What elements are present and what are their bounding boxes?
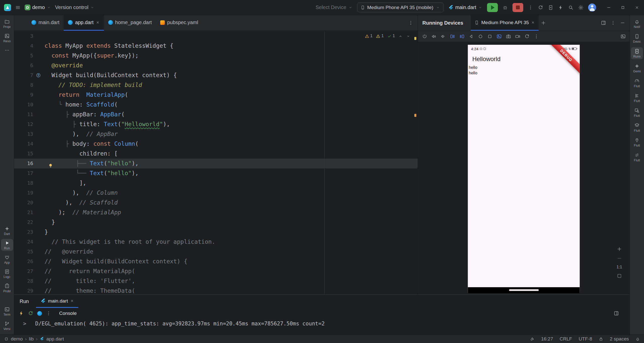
close-run-tab-button[interactable] <box>70 299 74 303</box>
code-line-6[interactable]: 6 @override <box>14 61 418 70</box>
back-button[interactable] <box>467 32 475 41</box>
console-prompt[interactable]: > <box>23 321 35 334</box>
breadcrumb-project[interactable]: demo <box>11 336 23 342</box>
camera-button[interactable] <box>504 32 512 41</box>
more-run-actions-button[interactable] <box>528 5 533 10</box>
close-window-button[interactable] <box>630 0 644 15</box>
fold-left-button[interactable] <box>448 32 457 41</box>
code-line-15[interactable]: 15 children: [ <box>14 149 418 159</box>
run-tab-main-dart[interactable]: main.dart <box>36 295 78 308</box>
tool-button-flutter-outline[interactable]: Flutt <box>631 92 643 104</box>
tool-button-logcat[interactable]: Logc <box>1 268 13 279</box>
minimize-button[interactable] <box>602 0 616 15</box>
mirroring-settings-button[interactable] <box>619 32 627 41</box>
code-line-22[interactable]: 22 } <box>14 217 418 227</box>
code-line-21[interactable]: 21 ); // MaterialApp <box>14 208 418 217</box>
code-line-28[interactable]: 28// title: 'Flutter', <box>14 276 418 286</box>
tool-button-more-tool-windows[interactable] <box>1 46 13 54</box>
console-more-button[interactable] <box>46 311 51 316</box>
tool-button-terminal[interactable]: Term <box>1 305 13 317</box>
cursor-position[interactable]: 16:27 <box>541 336 553 342</box>
code-editor[interactable]: 34class MyApp extends StatelessWidget {5… <box>14 31 418 295</box>
maximize-button[interactable] <box>616 0 630 15</box>
fold-right-button[interactable] <box>458 32 466 41</box>
code-line-25[interactable]: 25// @override <box>14 247 418 257</box>
settings-button[interactable] <box>578 5 584 10</box>
tool-button-version-control[interactable]: Versi <box>1 320 13 331</box>
device-tab[interactable]: Medium Phone API 35 <box>471 15 539 31</box>
hot-reload-button[interactable] <box>19 311 24 316</box>
select-device-dropdown[interactable]: Select Device <box>315 5 352 10</box>
tool-button-app-quality-insights[interactable]: App <box>1 253 13 265</box>
code-line-10[interactable]: 10 └ home: Scaffold( <box>14 100 418 110</box>
tool-button-flutter-swap[interactable]: Flutt <box>631 151 643 163</box>
code-line-9[interactable]: 9 return MaterialApp( <box>14 90 418 100</box>
run-button[interactable] <box>487 3 498 12</box>
close-device-tab-button[interactable] <box>531 21 535 24</box>
tool-button-resource-manager[interactable]: Reso <box>1 32 13 44</box>
flutter-app-icon[interactable] <box>37 311 42 316</box>
close-tab-button[interactable] <box>96 21 100 24</box>
layout-settings-button[interactable] <box>614 311 619 316</box>
code-line-13[interactable]: 13 ), // AppBar <box>14 129 418 139</box>
add-device-button[interactable] <box>541 20 546 26</box>
run-config-dropdown[interactable]: main.dart <box>448 5 482 10</box>
more-options-button[interactable] <box>609 19 617 27</box>
editor-tab-app.dart[interactable]: app.dart <box>64 15 104 31</box>
tool-button-problems[interactable]: Probl <box>1 282 13 294</box>
more-actions-button[interactable] <box>532 32 540 41</box>
warning-count[interactable]: 1 <box>365 33 373 38</box>
layout-settings-button[interactable] <box>599 19 608 27</box>
profiler-button[interactable] <box>558 5 564 10</box>
tool-button-notifications[interactable]: Notif <box>631 18 643 29</box>
tool-button-flutter-attach[interactable]: Flutt <box>631 136 643 148</box>
project-dropdown[interactable]: D demo <box>25 5 51 10</box>
tool-button-flutter-coverage[interactable]: Flutt <box>631 121 643 133</box>
volume-up-button[interactable] <box>430 32 438 41</box>
prev-problem-button[interactable] <box>398 33 403 38</box>
code-line-23[interactable]: 23} <box>14 227 418 237</box>
file-encoding[interactable]: UTF-8 <box>579 336 592 342</box>
code-line-19[interactable]: 19 ), // Column <box>14 188 418 198</box>
screenshot-button[interactable] <box>495 32 503 41</box>
code-line-4[interactable]: 4class MyApp extends StatelessWidget { <box>14 41 418 51</box>
tool-button-dart-analysis[interactable]: Dart <box>1 225 13 236</box>
screen-record-button[interactable] <box>513 32 522 41</box>
code-line-14[interactable]: 14 ├ body: const Column( <box>14 139 418 149</box>
code-line-29[interactable]: 29// theme: ThemeData( <box>14 286 418 295</box>
device-selector[interactable]: Medium Phone API 35 (mobile) <box>357 3 444 12</box>
vcs-dropdown[interactable]: Version control <box>55 5 95 10</box>
hot-restart-button[interactable] <box>28 311 33 316</box>
tool-button-running-devices[interactable]: Runn <box>631 47 643 59</box>
code-line-16[interactable]: 16 ├── Text("hello"), <box>14 159 418 168</box>
read-only-toggle[interactable] <box>599 337 603 341</box>
code-line-12[interactable]: 12 ├ title: Text("Helloworld"), <box>14 119 418 129</box>
code-line-26[interactable]: 26// Widget build(BuildContext context) … <box>14 257 418 266</box>
code-line-27[interactable]: 27// return MaterialApp( <box>14 266 418 276</box>
analysis-ok-count[interactable]: 1 <box>387 33 395 38</box>
code-line-5[interactable]: 5 const MyApp({super.key}); <box>14 51 418 61</box>
user-avatar[interactable] <box>588 4 596 12</box>
gesture-bar[interactable] <box>468 287 580 293</box>
editor-tab-home_page.dart[interactable]: home_page.dart <box>104 15 156 31</box>
code-line-3[interactable]: 3 <box>14 31 418 41</box>
hide-panel-button[interactable] <box>619 19 627 27</box>
stop-button[interactable] <box>512 3 523 12</box>
indent-config[interactable]: 2 spaces <box>610 336 629 342</box>
code-line-24[interactable]: 24 // This widget is the root of your ap… <box>14 237 418 247</box>
breadcrumb-lib[interactable]: lib <box>29 336 34 342</box>
gradle-sync-button[interactable] <box>538 5 543 10</box>
code-line-18[interactable]: 18 ], <box>14 178 418 188</box>
device-screen[interactable]: 4:24 3G ⇅ Helloworld hello <box>468 45 580 293</box>
tool-button-device-manager[interactable]: Devic <box>631 32 643 44</box>
main-menu-button[interactable] <box>15 5 21 10</box>
tool-button-gemini[interactable]: Gemi <box>631 62 643 74</box>
zoom-out-button[interactable] <box>617 256 622 261</box>
editor-tab-pubspec.yaml[interactable]: pubspec.yaml <box>156 15 202 31</box>
ide-services-button[interactable] <box>530 337 535 341</box>
code-line-20[interactable]: 20 ), // Scaffold <box>14 198 418 208</box>
device-manager-button[interactable] <box>548 5 553 10</box>
console-tab[interactable]: Console <box>59 311 77 316</box>
power-button[interactable] <box>420 32 429 41</box>
zoom-fit-button[interactable] <box>617 273 622 279</box>
